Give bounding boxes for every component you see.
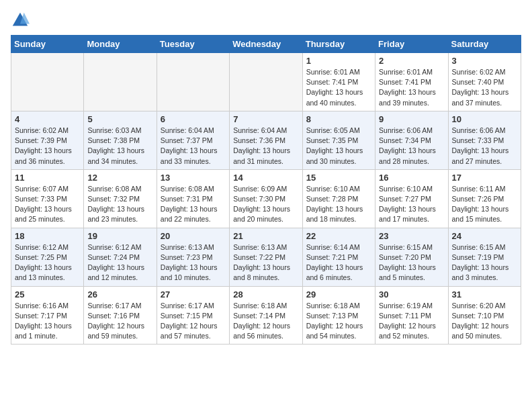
day-info: Sunrise: 6:12 AM Sunset: 7:24 PM Dayligh… bbox=[87, 242, 152, 283]
day-info: Sunrise: 6:16 AM Sunset: 7:17 PM Dayligh… bbox=[15, 301, 80, 342]
day-info: Sunrise: 6:10 AM Sunset: 7:28 PM Dayligh… bbox=[306, 184, 371, 225]
day-number: 26 bbox=[87, 289, 152, 300]
day-info: Sunrise: 6:06 AM Sunset: 7:33 PM Dayligh… bbox=[452, 126, 517, 167]
calendar-cell: 30Sunrise: 6:19 AM Sunset: 7:11 PM Dayli… bbox=[375, 286, 448, 345]
calendar-cell: 15Sunrise: 6:10 AM Sunset: 7:28 PM Dayli… bbox=[302, 169, 375, 228]
calendar-cell: 5Sunrise: 6:03 AM Sunset: 7:38 PM Daylig… bbox=[84, 111, 157, 169]
day-number: 3 bbox=[452, 56, 517, 66]
day-info: Sunrise: 6:15 AM Sunset: 7:20 PM Dayligh… bbox=[379, 242, 444, 283]
day-number: 1 bbox=[306, 56, 371, 66]
day-number: 13 bbox=[161, 173, 226, 183]
day-number: 20 bbox=[161, 231, 226, 241]
day-number: 15 bbox=[306, 173, 371, 183]
calendar-week-row: 4Sunrise: 6:02 AM Sunset: 7:39 PM Daylig… bbox=[11, 111, 521, 169]
day-info: Sunrise: 6:08 AM Sunset: 7:32 PM Dayligh… bbox=[87, 184, 152, 225]
day-info: Sunrise: 6:19 AM Sunset: 7:11 PM Dayligh… bbox=[379, 301, 444, 342]
weekday-header-saturday: Saturday bbox=[448, 36, 521, 53]
day-info: Sunrise: 6:01 AM Sunset: 7:41 PM Dayligh… bbox=[306, 67, 371, 108]
calendar-cell: 10Sunrise: 6:06 AM Sunset: 7:33 PM Dayli… bbox=[448, 111, 521, 169]
weekday-header-row: SundayMondayTuesdayWednesdayThursdayFrid… bbox=[11, 36, 521, 53]
day-number: 27 bbox=[161, 289, 226, 300]
calendar-cell: 6Sunrise: 6:04 AM Sunset: 7:37 PM Daylig… bbox=[157, 111, 229, 169]
day-info: Sunrise: 6:13 AM Sunset: 7:23 PM Dayligh… bbox=[161, 242, 226, 283]
day-info: Sunrise: 6:20 AM Sunset: 7:10 PM Dayligh… bbox=[452, 301, 517, 342]
calendar-cell: 9Sunrise: 6:06 AM Sunset: 7:34 PM Daylig… bbox=[375, 111, 448, 169]
calendar-cell bbox=[230, 53, 302, 111]
day-info: Sunrise: 6:09 AM Sunset: 7:30 PM Dayligh… bbox=[233, 184, 298, 225]
calendar-cell: 17Sunrise: 6:11 AM Sunset: 7:26 PM Dayli… bbox=[448, 169, 521, 228]
weekday-header-sunday: Sunday bbox=[11, 36, 84, 53]
weekday-header-tuesday: Tuesday bbox=[157, 36, 229, 53]
day-info: Sunrise: 6:04 AM Sunset: 7:37 PM Dayligh… bbox=[161, 126, 226, 167]
day-info: Sunrise: 6:17 AM Sunset: 7:15 PM Dayligh… bbox=[161, 301, 226, 342]
day-info: Sunrise: 6:02 AM Sunset: 7:40 PM Dayligh… bbox=[452, 67, 517, 108]
calendar-cell: 8Sunrise: 6:05 AM Sunset: 7:35 PM Daylig… bbox=[302, 111, 375, 169]
day-number: 5 bbox=[87, 114, 152, 124]
day-info: Sunrise: 6:15 AM Sunset: 7:19 PM Dayligh… bbox=[452, 242, 517, 283]
day-number: 31 bbox=[452, 289, 517, 300]
day-info: Sunrise: 6:18 AM Sunset: 7:13 PM Dayligh… bbox=[306, 301, 371, 342]
calendar-cell: 26Sunrise: 6:17 AM Sunset: 7:16 PM Dayli… bbox=[84, 286, 157, 345]
calendar-cell: 23Sunrise: 6:15 AM Sunset: 7:20 PM Dayli… bbox=[375, 228, 448, 286]
calendar-cell: 28Sunrise: 6:18 AM Sunset: 7:14 PM Dayli… bbox=[230, 286, 302, 345]
day-info: Sunrise: 6:12 AM Sunset: 7:25 PM Dayligh… bbox=[15, 242, 80, 283]
day-info: Sunrise: 6:13 AM Sunset: 7:22 PM Dayligh… bbox=[233, 242, 298, 283]
day-info: Sunrise: 6:17 AM Sunset: 7:16 PM Dayligh… bbox=[87, 301, 152, 342]
day-number: 17 bbox=[452, 173, 517, 183]
weekday-header-friday: Friday bbox=[375, 36, 448, 53]
calendar-cell: 29Sunrise: 6:18 AM Sunset: 7:13 PM Dayli… bbox=[302, 286, 375, 345]
day-number: 18 bbox=[15, 231, 80, 241]
day-info: Sunrise: 6:07 AM Sunset: 7:33 PM Dayligh… bbox=[15, 184, 80, 225]
calendar-week-row: 1Sunrise: 6:01 AM Sunset: 7:41 PM Daylig… bbox=[11, 53, 521, 111]
day-info: Sunrise: 6:08 AM Sunset: 7:31 PM Dayligh… bbox=[161, 184, 226, 225]
day-number: 6 bbox=[161, 114, 226, 124]
day-number: 19 bbox=[87, 231, 152, 241]
day-number: 2 bbox=[379, 56, 444, 66]
calendar-cell: 7Sunrise: 6:04 AM Sunset: 7:36 PM Daylig… bbox=[230, 111, 302, 169]
day-info: Sunrise: 6:01 AM Sunset: 7:41 PM Dayligh… bbox=[379, 67, 444, 108]
calendar-table: SundayMondayTuesdayWednesdayThursdayFrid… bbox=[11, 35, 521, 345]
day-number: 25 bbox=[15, 289, 80, 300]
day-info: Sunrise: 6:04 AM Sunset: 7:36 PM Dayligh… bbox=[233, 126, 298, 167]
day-number: 7 bbox=[233, 114, 298, 124]
day-number: 16 bbox=[379, 173, 444, 183]
calendar-cell: 4Sunrise: 6:02 AM Sunset: 7:39 PM Daylig… bbox=[11, 111, 84, 169]
day-info: Sunrise: 6:10 AM Sunset: 7:27 PM Dayligh… bbox=[379, 184, 444, 225]
logo-icon bbox=[11, 11, 30, 30]
day-number: 21 bbox=[233, 231, 298, 241]
day-number: 29 bbox=[306, 289, 371, 300]
day-number: 23 bbox=[379, 231, 444, 241]
weekday-header-monday: Monday bbox=[84, 36, 157, 53]
day-number: 9 bbox=[379, 114, 444, 124]
day-info: Sunrise: 6:05 AM Sunset: 7:35 PM Dayligh… bbox=[306, 126, 371, 167]
calendar-cell: 21Sunrise: 6:13 AM Sunset: 7:22 PM Dayli… bbox=[230, 228, 302, 286]
day-number: 10 bbox=[452, 114, 517, 124]
calendar-cell: 14Sunrise: 6:09 AM Sunset: 7:30 PM Dayli… bbox=[230, 169, 302, 228]
weekday-header-thursday: Thursday bbox=[302, 36, 375, 53]
day-info: Sunrise: 6:14 AM Sunset: 7:21 PM Dayligh… bbox=[306, 242, 371, 283]
calendar-cell: 27Sunrise: 6:17 AM Sunset: 7:15 PM Dayli… bbox=[157, 286, 229, 345]
day-info: Sunrise: 6:18 AM Sunset: 7:14 PM Dayligh… bbox=[233, 301, 298, 342]
calendar-cell: 19Sunrise: 6:12 AM Sunset: 7:24 PM Dayli… bbox=[84, 228, 157, 286]
calendar-cell: 20Sunrise: 6:13 AM Sunset: 7:23 PM Dayli… bbox=[157, 228, 229, 286]
calendar-cell: 25Sunrise: 6:16 AM Sunset: 7:17 PM Dayli… bbox=[11, 286, 84, 345]
calendar-week-row: 11Sunrise: 6:07 AM Sunset: 7:33 PM Dayli… bbox=[11, 169, 521, 228]
day-info: Sunrise: 6:06 AM Sunset: 7:34 PM Dayligh… bbox=[379, 126, 444, 167]
day-number: 28 bbox=[233, 289, 298, 300]
day-info: Sunrise: 6:03 AM Sunset: 7:38 PM Dayligh… bbox=[87, 126, 152, 167]
calendar-cell bbox=[84, 53, 157, 111]
calendar-cell bbox=[11, 53, 84, 111]
calendar-week-row: 18Sunrise: 6:12 AM Sunset: 7:25 PM Dayli… bbox=[11, 228, 521, 286]
calendar-cell: 24Sunrise: 6:15 AM Sunset: 7:19 PM Dayli… bbox=[448, 228, 521, 286]
logo bbox=[11, 11, 32, 30]
day-info: Sunrise: 6:11 AM Sunset: 7:26 PM Dayligh… bbox=[452, 184, 517, 225]
calendar-week-row: 25Sunrise: 6:16 AM Sunset: 7:17 PM Dayli… bbox=[11, 286, 521, 345]
calendar-cell: 1Sunrise: 6:01 AM Sunset: 7:41 PM Daylig… bbox=[302, 53, 375, 111]
day-number: 4 bbox=[15, 114, 80, 124]
calendar-cell: 3Sunrise: 6:02 AM Sunset: 7:40 PM Daylig… bbox=[448, 53, 521, 111]
day-info: Sunrise: 6:02 AM Sunset: 7:39 PM Dayligh… bbox=[15, 126, 80, 167]
weekday-header-wednesday: Wednesday bbox=[230, 36, 302, 53]
calendar-cell: 11Sunrise: 6:07 AM Sunset: 7:33 PM Dayli… bbox=[11, 169, 84, 228]
calendar-cell: 2Sunrise: 6:01 AM Sunset: 7:41 PM Daylig… bbox=[375, 53, 448, 111]
calendar-cell: 16Sunrise: 6:10 AM Sunset: 7:27 PM Dayli… bbox=[375, 169, 448, 228]
